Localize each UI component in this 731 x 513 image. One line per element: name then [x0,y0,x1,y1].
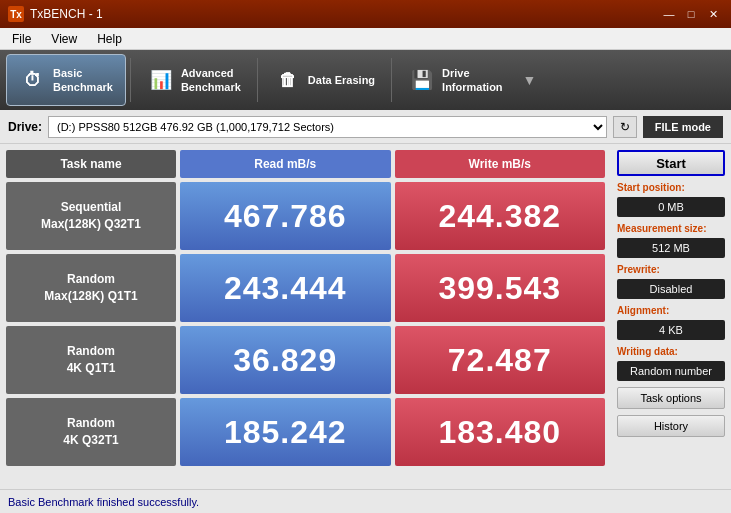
table-header: Task name Read mB/s Write mB/s [6,150,605,178]
start-button[interactable]: Start [617,150,725,176]
start-position-value: 0 MB [617,197,725,217]
menu-view[interactable]: View [43,30,85,48]
row-2-write: 399.543 [395,254,606,322]
start-position-label: Start position: [617,182,725,193]
table-row: Random4K Q1T1 36.829 72.487 [6,326,605,394]
title-bar: Tx TxBENCH - 1 — □ ✕ [0,0,731,28]
drive-information-label: DriveInformation [442,66,503,95]
toolbar-dropdown[interactable]: ▼ [517,54,543,106]
prewrite-value: Disabled [617,279,725,299]
basic-benchmark-label: BasicBenchmark [53,66,113,95]
toolbar-sep-2 [257,58,258,102]
row-3-write: 72.487 [395,326,606,394]
toolbar-data-erasing[interactable]: 🗑 Data Erasing [262,54,387,106]
alignment-value: 4 KB [617,320,725,340]
toolbar-advanced-benchmark[interactable]: 📊 AdvancedBenchmark [135,54,253,106]
right-panel: Start Start position: 0 MB Measurement s… [611,144,731,489]
drive-information-icon: 💾 [408,66,436,94]
row-4-read: 185.242 [180,398,391,466]
table-row: Random4K Q32T1 185.242 183.480 [6,398,605,466]
history-button[interactable]: History [617,415,725,437]
drive-refresh-button[interactable]: ↻ [613,116,637,138]
data-erasing-label: Data Erasing [308,73,375,87]
data-erasing-icon: 🗑 [274,66,302,94]
header-write: Write mB/s [395,150,606,178]
row-1-name: SequentialMax(128K) Q32T1 [6,182,176,250]
toolbar-sep-3 [391,58,392,102]
advanced-benchmark-icon: 📊 [147,66,175,94]
measurement-size-value: 512 MB [617,238,725,258]
table-row: SequentialMax(128K) Q32T1 467.786 244.38… [6,182,605,250]
row-1-read: 467.786 [180,182,391,250]
app-icon: Tx [8,6,24,22]
header-task: Task name [6,150,176,178]
row-3-name: Random4K Q1T1 [6,326,176,394]
row-2-name: RandomMax(128K) Q1T1 [6,254,176,322]
writing-data-label: Writing data: [617,346,725,357]
benchmark-area: Task name Read mB/s Write mB/s Sequentia… [0,144,611,489]
maximize-button[interactable]: □ [681,5,701,23]
close-button[interactable]: ✕ [703,5,723,23]
alignment-label: Alignment: [617,305,725,316]
file-mode-button[interactable]: FILE mode [643,116,723,138]
row-2-read: 243.444 [180,254,391,322]
toolbar-basic-benchmark[interactable]: ⏱ BasicBenchmark [6,54,126,106]
menu-help[interactable]: Help [89,30,130,48]
writing-data-value: Random number [617,361,725,381]
row-1-write: 244.382 [395,182,606,250]
dropdown-arrow-icon: ▼ [523,72,537,88]
menu-bar: File View Help [0,28,731,50]
drive-label: Drive: [8,120,42,134]
status-text: Basic Benchmark finished successfully. [8,496,199,508]
window-controls: — □ ✕ [659,5,723,23]
drive-select[interactable]: (D:) PPSS80 512GB 476.92 GB (1,000,179,7… [48,116,607,138]
toolbar-sep-1 [130,58,131,102]
row-3-read: 36.829 [180,326,391,394]
measurement-size-label: Measurement size: [617,223,725,234]
task-options-button[interactable]: Task options [617,387,725,409]
minimize-button[interactable]: — [659,5,679,23]
basic-benchmark-icon: ⏱ [19,66,47,94]
toolbar-drive-information[interactable]: 💾 DriveInformation [396,54,515,106]
table-row: RandomMax(128K) Q1T1 243.444 399.543 [6,254,605,322]
main-content: Task name Read mB/s Write mB/s Sequentia… [0,144,731,489]
header-read: Read mB/s [180,150,391,178]
toolbar: ⏱ BasicBenchmark 📊 AdvancedBenchmark 🗑 D… [0,50,731,110]
drive-bar: Drive: (D:) PPSS80 512GB 476.92 GB (1,00… [0,110,731,144]
advanced-benchmark-label: AdvancedBenchmark [181,66,241,95]
prewrite-label: Prewrite: [617,264,725,275]
menu-file[interactable]: File [4,30,39,48]
status-bar: Basic Benchmark finished successfully. [0,489,731,513]
row-4-write: 183.480 [395,398,606,466]
window-title: TxBENCH - 1 [30,7,103,21]
row-4-name: Random4K Q32T1 [6,398,176,466]
